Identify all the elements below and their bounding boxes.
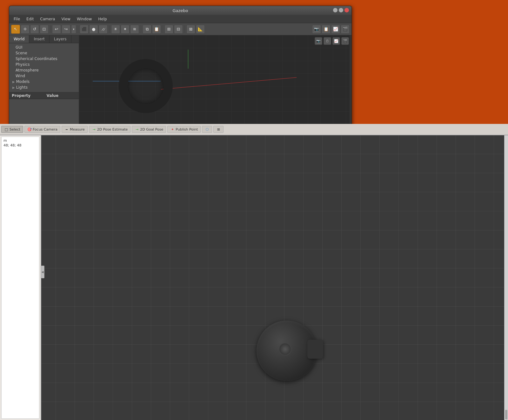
scale-tool-button[interactable]: ⊡ bbox=[40, 25, 49, 34]
box-button[interactable]: ⬛ bbox=[80, 25, 89, 34]
rviz-robot-bump bbox=[307, 340, 323, 359]
menu-item-camera[interactable]: Camera bbox=[37, 16, 58, 22]
paste-button[interactable]: 📋 bbox=[152, 25, 161, 34]
property-header: Property Value bbox=[9, 92, 79, 99]
tree-item-models[interactable]: ▶Models bbox=[9, 79, 79, 85]
value-col-label: Value bbox=[44, 92, 79, 99]
menu-item-window[interactable]: Window bbox=[74, 16, 95, 22]
goal-pose-icon: → bbox=[135, 127, 139, 132]
extra2-icon: ⊞ bbox=[216, 127, 221, 132]
rviz-publish-point-tool[interactable]: ✦ Publish Point bbox=[167, 126, 201, 133]
robot-body bbox=[119, 59, 173, 113]
tree-item-gui[interactable]: GUI bbox=[9, 44, 79, 50]
main-content: World Insert Layers GUI Scene Spherical … bbox=[9, 35, 351, 131]
view-angle-button[interactable]: ⊠ bbox=[186, 25, 195, 34]
layers-tab[interactable]: Layers bbox=[50, 35, 71, 43]
extra1-icon: ⬡ bbox=[205, 127, 209, 132]
rviz-robot-top bbox=[257, 321, 317, 381]
sun-button[interactable]: ☀ bbox=[111, 25, 120, 34]
tree-item-spherical-coordinates[interactable]: Spherical Coordinates bbox=[9, 56, 79, 62]
log-viewport-icon[interactable]: 🗒 bbox=[324, 37, 331, 45]
cylinder-button[interactable]: ⌭ bbox=[99, 25, 108, 34]
select-icon: □ bbox=[4, 127, 9, 132]
menu-bar: FileEditCameraViewWindowHelp bbox=[9, 15, 351, 23]
separator-3 bbox=[109, 25, 110, 33]
separator-4 bbox=[141, 25, 141, 33]
rviz-main: m 48; 48; 48 ◀ bbox=[0, 135, 508, 420]
snap-button[interactable]: ⊟ bbox=[174, 25, 183, 34]
measure-button[interactable]: 📐 bbox=[196, 25, 205, 34]
menu-item-help[interactable]: Help bbox=[95, 16, 110, 22]
rviz-2d-goal-pose-tool[interactable]: → 2D Goal Pose bbox=[132, 126, 166, 133]
redo-button[interactable]: ↪ bbox=[62, 25, 70, 34]
z-axis-line bbox=[188, 50, 188, 69]
rviz-measure-label: Measure bbox=[70, 127, 85, 132]
record-button[interactable]: 🎬 bbox=[341, 25, 350, 34]
tree-item-atmosphere[interactable]: Atmosphere bbox=[9, 67, 79, 73]
scrollbar-thumb[interactable] bbox=[505, 410, 507, 419]
title-bar: Gazebo bbox=[9, 6, 351, 15]
tree-item-scene[interactable]: Scene bbox=[9, 50, 79, 56]
rviz-publish-point-label: Publish Point bbox=[176, 127, 198, 132]
separator-5 bbox=[163, 25, 163, 33]
screenshot-button[interactable]: 📷 bbox=[312, 25, 321, 34]
focus-camera-icon: 🎯 bbox=[27, 127, 32, 132]
menu-item-view[interactable]: View bbox=[58, 16, 73, 22]
screenshot-viewport-icon[interactable]: 📷 bbox=[315, 37, 322, 45]
align-button[interactable]: ⊞ bbox=[164, 25, 173, 34]
rviz-2d-pose-estimate-tool[interactable]: → 2D Pose Estimate bbox=[89, 126, 131, 133]
rviz-select-label: Select bbox=[10, 127, 20, 132]
point-light-button[interactable]: ✦ bbox=[121, 25, 130, 34]
rviz-left-panel: m 48; 48; 48 bbox=[0, 135, 41, 420]
rviz-3d-viewport[interactable] bbox=[41, 135, 508, 420]
rviz-select-tool[interactable]: □ Select bbox=[1, 126, 23, 133]
rviz-measure-tool[interactable]: ━ Measure bbox=[62, 126, 88, 133]
rviz-focus-camera-tool[interactable]: 🎯 Focus Camera bbox=[24, 126, 60, 133]
spot-light-button[interactable]: ≋ bbox=[130, 25, 139, 34]
rviz-extra1-tool[interactable]: ⬡ bbox=[202, 126, 212, 133]
pose-estimate-icon: → bbox=[92, 127, 96, 132]
3d-viewport[interactable]: 📷 🗒 📈 🎬 bbox=[79, 35, 351, 131]
graph-viewport-icon[interactable]: 📈 bbox=[332, 37, 340, 45]
measure-icon: ━ bbox=[64, 127, 69, 132]
rviz-2d-goal-pose-label: 2D Goal Pose bbox=[140, 127, 163, 132]
separator-6 bbox=[184, 25, 185, 33]
rviz-section: □ Select 🎯 Focus Camera ━ Measure → 2D P… bbox=[0, 124, 508, 420]
separator-1 bbox=[50, 25, 50, 33]
rotate-tool-button[interactable]: ↺ bbox=[30, 25, 39, 34]
toolbar: ↖ ✛ ↺ ⊡ ↩ ↪ ▾ ⬛ ● ⌭ ☀ ✦ ≋ ⧉ 📋 ⊞ ⊟ ⊠ 📐 📷 … bbox=[9, 23, 351, 35]
rviz-coord-label: m bbox=[3, 138, 38, 143]
copy-button[interactable]: ⧉ bbox=[143, 25, 151, 34]
tree-item-lights[interactable]: ▶Lights bbox=[9, 85, 79, 90]
insert-tab[interactable]: Insert bbox=[29, 35, 49, 43]
close-button[interactable] bbox=[344, 8, 349, 12]
left-panel: World Insert Layers GUI Scene Spherical … bbox=[9, 35, 79, 131]
undo-more-button[interactable]: ▾ bbox=[71, 25, 76, 34]
rviz-extra2-tool[interactable]: ⊞ bbox=[213, 126, 224, 133]
robot-model-viewport bbox=[116, 53, 179, 129]
publish-point-icon: ✦ bbox=[170, 127, 175, 132]
minimize-button[interactable] bbox=[333, 8, 338, 12]
video-viewport-icon[interactable]: 🎬 bbox=[341, 37, 349, 45]
rviz-robot-model bbox=[257, 321, 317, 382]
sphere-button[interactable]: ● bbox=[89, 25, 98, 34]
panel-collapse-handle[interactable]: ◀ bbox=[41, 266, 44, 278]
translate-tool-button[interactable]: ✛ bbox=[21, 25, 30, 34]
tree-item-physics[interactable]: Physics bbox=[9, 62, 79, 67]
plot-button[interactable]: 📈 bbox=[331, 25, 340, 34]
world-tree: GUI Scene Spherical Coordinates Physics … bbox=[9, 43, 79, 92]
menu-item-file[interactable]: File bbox=[10, 16, 23, 22]
menu-item-edit[interactable]: Edit bbox=[23, 16, 37, 22]
property-col-label: Property bbox=[9, 92, 44, 99]
log-button[interactable]: 📋 bbox=[322, 25, 331, 34]
maximize-button[interactable] bbox=[339, 8, 343, 12]
rviz-toolbar: □ Select 🎯 Focus Camera ━ Measure → 2D P… bbox=[0, 124, 508, 135]
viewport-resize-handle[interactable] bbox=[350, 35, 351, 131]
undo-button[interactable]: ↩ bbox=[52, 25, 61, 34]
select-tool-button[interactable]: ↖ bbox=[11, 25, 20, 34]
rviz-focus-camera-label: Focus Camera bbox=[33, 127, 57, 132]
separator-2 bbox=[78, 25, 78, 33]
world-tab[interactable]: World bbox=[9, 35, 29, 43]
tree-item-wind[interactable]: Wind bbox=[9, 73, 79, 79]
rviz-2d-pose-estimate-label: 2D Pose Estimate bbox=[97, 127, 128, 132]
